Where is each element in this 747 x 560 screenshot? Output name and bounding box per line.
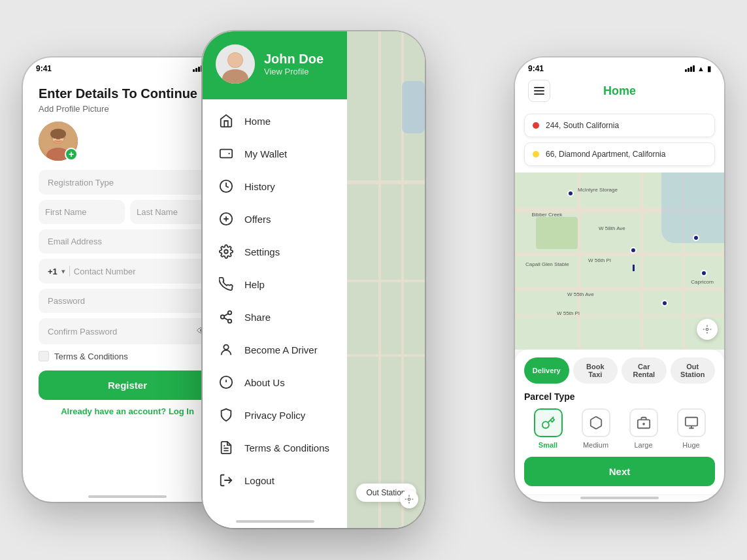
help-icon: [218, 276, 234, 292]
sidebar-view-profile[interactable]: View Profile: [264, 67, 324, 76]
sidebar-item-wallet[interactable]: My Wallet: [203, 137, 347, 170]
parcel-medium[interactable]: Medium: [582, 408, 610, 449]
sidebar-item-home[interactable]: Home: [203, 105, 347, 137]
wallet-label: My Wallet: [244, 148, 287, 159]
contact-number-label: Contact Number: [74, 267, 136, 276]
tab-book-taxi[interactable]: Book Taxi: [573, 357, 618, 384]
password-label: Password: [48, 296, 85, 306]
history-label: History: [244, 181, 275, 192]
password-field[interactable]: Password: [39, 289, 216, 313]
parcel-large-label: Large: [634, 441, 652, 449]
sidebar-item-history[interactable]: History: [203, 170, 347, 203]
time-1: 9:41: [36, 64, 52, 73]
sidebar-item-driver[interactable]: Become A Driver: [203, 333, 347, 366]
home-header: Home: [515, 76, 724, 107]
map-label-capricorn: Capricorn: [691, 279, 714, 285]
parcel-small[interactable]: Small: [534, 408, 563, 449]
country-code[interactable]: +1: [48, 267, 58, 276]
phone-sidebar: John Doe View Profile Home: [203, 31, 425, 528]
sidebar-item-settings[interactable]: Settings: [203, 235, 347, 268]
svg-line-17: [224, 318, 228, 320]
svg-point-30: [706, 328, 708, 331]
map-pin-3: [693, 235, 699, 241]
map-label-w55pl: W 55th Pl: [557, 310, 580, 316]
sidebar-panel: John Doe View Profile Home: [203, 31, 347, 528]
parcel-large-icon: [629, 408, 658, 437]
map-label-w56: W 56th Pl: [588, 257, 611, 263]
phone-registration: 9:41 ▲ ▮ Enter Details To Continue Add P…: [23, 58, 232, 502]
add-photo-button[interactable]: +: [65, 148, 78, 161]
phones-container: 9:41 ▲ ▮ Enter Details To Continue Add P…: [0, 0, 747, 560]
terms-checkbox[interactable]: [39, 351, 49, 361]
parcel-small-label: Small: [539, 441, 557, 449]
email-field[interactable]: Email Address: [39, 229, 216, 254]
parcel-small-icon: [534, 408, 563, 437]
svg-point-16: [228, 320, 232, 323]
confirm-password-label: Confirm Password: [48, 327, 117, 337]
first-name-field[interactable]: First Name: [39, 200, 125, 224]
location-from-text: 244, South California: [546, 121, 619, 130]
logout-icon: [218, 472, 234, 488]
registration-subtitle: Add Profile Picture: [39, 104, 216, 114]
svg-point-26: [408, 498, 410, 501]
locate-me-button-3[interactable]: [697, 319, 718, 340]
sidebar-user-name: John Doe: [264, 52, 324, 67]
country-dropdown-icon[interactable]: ▾: [61, 267, 65, 276]
locate-me-button[interactable]: [400, 490, 418, 508]
tab-out-station[interactable]: Out Station: [671, 357, 716, 384]
terms-label: Terms & Conditions: [54, 352, 128, 361]
avatar-upload[interactable]: +: [39, 122, 78, 161]
parcel-medium-label: Medium: [583, 441, 608, 449]
location-inputs: 244, South California 66, Diamond Apartm…: [515, 107, 724, 173]
offers-label: Offers: [244, 214, 271, 225]
offers-icon: [218, 211, 234, 227]
next-button[interactable]: Next: [524, 457, 715, 486]
hamburger-button[interactable]: [528, 80, 550, 102]
parcel-large[interactable]: Large: [629, 408, 658, 449]
sidebar-item-logout[interactable]: Logout: [203, 464, 347, 497]
sidebar-item-help[interactable]: Help: [203, 268, 347, 301]
svg-line-18: [224, 314, 228, 316]
parcel-huge[interactable]: Huge: [677, 408, 706, 449]
sidebar-avatar: [216, 44, 255, 84]
terms-row: Terms & Conditions: [39, 351, 216, 361]
map-label-capall: Capall Glen Stable: [525, 261, 569, 267]
tab-delivery[interactable]: Delivery: [524, 357, 569, 384]
share-icon: [218, 309, 234, 325]
registration-type-field[interactable]: Registration Type ▾: [39, 170, 216, 195]
privacy-label: Privacy Policy: [244, 410, 305, 421]
svg-rect-27: [534, 87, 544, 88]
bottom-panel: Delivery Book Taxi Car Rental Out Statio…: [515, 350, 724, 494]
svg-point-9: [228, 53, 242, 67]
sidebar-menu: Home My Wallet History: [203, 99, 347, 516]
sidebar-item-privacy[interactable]: Privacy Policy: [203, 399, 347, 431]
home-title: Home: [603, 84, 636, 98]
map-pin-stem: [633, 265, 635, 271]
settings-icon: [218, 244, 234, 259]
sidebar-item-offers[interactable]: Offers: [203, 203, 347, 235]
svg-rect-29: [534, 93, 544, 95]
status-bar-1: 9:41 ▲ ▮: [23, 58, 232, 76]
location-to-input[interactable]: 66, Diamond Apartment, California: [524, 142, 715, 166]
about-icon: [218, 374, 234, 390]
sidebar-item-terms[interactable]: Terms & Conditions: [203, 431, 347, 464]
home-indicator-1: [88, 495, 167, 498]
login-link[interactable]: Log In: [169, 406, 194, 416]
registration-type-label: Registration Type: [48, 178, 114, 188]
home-indicator-3: [580, 497, 659, 499]
location-from-input[interactable]: 244, South California: [524, 114, 715, 137]
home-label: Home: [244, 116, 271, 127]
confirm-password-field[interactable]: Confirm Password 👁: [39, 318, 216, 344]
register-button[interactable]: Register: [39, 371, 216, 400]
sidebar-item-about[interactable]: About Us: [203, 366, 347, 399]
status-icons-3: ▲ ▮: [685, 65, 711, 73]
sidebar-item-share[interactable]: Share: [203, 301, 347, 333]
phone-field[interactable]: +1 ▾ Contact Number: [39, 259, 216, 284]
settings-label: Settings: [244, 246, 280, 257]
location-from-dot: [533, 122, 539, 129]
tab-car-rental[interactable]: Car Rental: [622, 357, 667, 384]
location-to-dot: [533, 151, 539, 157]
status-bar-3: 9:41 ▲ ▮: [515, 58, 724, 76]
map-label-storage: McIntyre Storage: [578, 187, 618, 193]
name-fields-row: First Name Last Name: [39, 200, 216, 224]
